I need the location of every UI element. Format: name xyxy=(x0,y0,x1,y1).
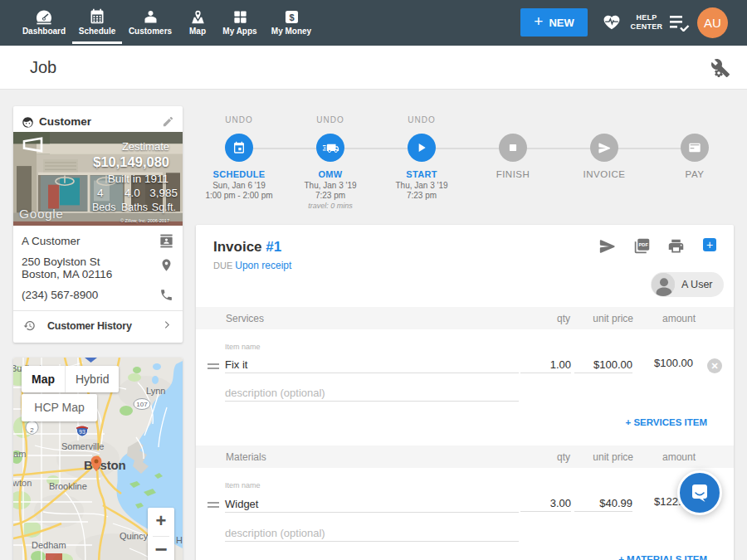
svg-text:PDF: PDF xyxy=(639,242,649,247)
svg-text:Brookline: Brookline xyxy=(49,481,87,491)
svg-text:93: 93 xyxy=(79,429,85,435)
svg-text:ham: ham xyxy=(13,449,26,459)
svg-text:Hi: Hi xyxy=(176,535,183,545)
svg-text:Somerville: Somerville xyxy=(61,441,104,451)
svg-text:$: $ xyxy=(289,12,294,22)
svg-text:Dedham: Dedham xyxy=(32,540,66,550)
svg-text:107: 107 xyxy=(136,401,148,408)
svg-text:Quincy: Quincy xyxy=(120,531,149,541)
svg-text:Newton: Newton xyxy=(13,478,32,488)
svg-text:Lynn: Lynn xyxy=(146,386,165,396)
svg-text:Boston: Boston xyxy=(84,458,125,472)
svg-text:2: 2 xyxy=(30,426,34,434)
